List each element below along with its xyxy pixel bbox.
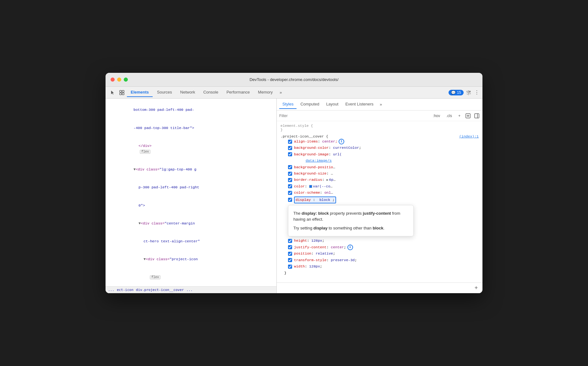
background-image-checkbox[interactable]	[288, 152, 292, 156]
notification-badge[interactable]: 💬 15	[449, 90, 464, 95]
more-tabs-button[interactable]: »	[277, 89, 284, 96]
css-prop-transform-style: transform-style : preserve-3d ;	[280, 257, 479, 263]
colon: :	[327, 245, 331, 250]
add-style-button[interactable]: +	[456, 113, 462, 119]
tab-sources[interactable]: Sources	[153, 88, 176, 97]
tab-styles[interactable]: Styles	[279, 100, 297, 109]
hov-button[interactable]: :hov	[431, 113, 442, 119]
inspect-icon[interactable]	[117, 88, 126, 97]
colon: :	[322, 177, 327, 183]
height-checkbox[interactable]	[288, 239, 292, 243]
css-prop-background-image: background-image : url(	[280, 151, 479, 158]
dom-line[interactable]: p-300 pad-left-400 pad-right	[106, 179, 276, 196]
semicolon: ;	[320, 264, 322, 269]
position-checkbox[interactable]	[288, 252, 292, 256]
tab-computed[interactable]: Computed	[297, 100, 322, 109]
dom-line[interactable]: bottom-300 pad-left-400 pad-	[106, 101, 276, 119]
css-prop-name: color	[294, 184, 305, 189]
truncated: …	[331, 171, 333, 176]
css-selector: .project-icon__cover {	[280, 134, 328, 138]
svg-rect-2	[120, 93, 122, 95]
styles-tab-bar: Styles Computed Layout Event Listeners »	[277, 99, 482, 110]
add-rule-button[interactable]: +	[472, 284, 480, 292]
breadcrumb-dots-left[interactable]: ...	[108, 288, 114, 292]
dom-line[interactable]: ▼<div class="project-icon	[106, 250, 276, 268]
css-prop-value: 6p	[329, 177, 334, 183]
semicolon: ;	[355, 257, 357, 263]
cls-button[interactable]: .cls	[444, 113, 454, 119]
css-prop-name: height	[294, 238, 307, 244]
tab-memory[interactable]: Memory	[254, 88, 276, 97]
close-button[interactable]	[111, 78, 115, 82]
semicolon: ;	[333, 251, 335, 256]
dom-line[interactable]: ct-hero text-align-center"	[106, 233, 276, 250]
background-size-checkbox[interactable]	[288, 172, 292, 176]
tab-network[interactable]: Network	[177, 88, 199, 97]
dom-line[interactable]: ▼<div class="center-margin	[106, 214, 276, 232]
colon: :	[307, 238, 311, 244]
tab-performance[interactable]: Performance	[223, 88, 253, 97]
expand-icon: ▼	[144, 257, 146, 261]
css-tooltip: The display: block property prevents jus…	[288, 205, 414, 237]
tooltip-line1: The display: block property prevents jus…	[293, 210, 408, 223]
width-checkbox[interactable]	[288, 265, 292, 269]
color-checkbox[interactable]	[288, 184, 292, 188]
info-icon-justify[interactable]: i	[347, 245, 353, 250]
tab-elements[interactable]: Elements	[127, 88, 153, 97]
tab-console[interactable]: Console	[199, 88, 222, 97]
dom-line[interactable]: ▼<div class="lg:gap-top-400 g	[106, 161, 276, 179]
minimize-button[interactable]	[117, 78, 121, 82]
notification-count: 15	[457, 90, 461, 95]
css-prop-value: onl	[324, 190, 331, 196]
dom-line[interactable]: flex	[106, 268, 276, 286]
css-source-link[interactable]: (index):1	[459, 134, 479, 138]
tooltip-bold4: block	[373, 226, 383, 230]
breadcrumb-cover[interactable]: div.project-icon__cover	[136, 288, 184, 292]
colon: :	[305, 264, 309, 269]
dom-line[interactable]: -400 pad-top-300 title-bar">	[106, 119, 276, 137]
new-style-rule-icon[interactable]	[465, 113, 471, 119]
colon: :	[329, 152, 333, 157]
devtools-tab-bar: Elements Sources Network Console Perform…	[106, 87, 482, 99]
breadcrumb-ect-icon[interactable]: ect-icon	[117, 288, 133, 292]
settings-icon[interactable]	[464, 88, 473, 97]
css-prop-name: background-size	[294, 171, 327, 176]
css-prop-width: width : 128px ;	[280, 263, 479, 270]
maximize-button[interactable]	[124, 78, 128, 82]
dom-line[interactable]: 0">	[106, 196, 276, 214]
align-items-checkbox[interactable]	[288, 140, 292, 144]
more-options-icon[interactable]: ⋮	[474, 88, 480, 97]
dom-text: <div class=	[136, 167, 160, 171]
css-prop-name: display	[296, 198, 311, 202]
css-prop-name: align-items	[294, 139, 318, 144]
background-color-checkbox[interactable]	[288, 146, 292, 150]
dom-line[interactable]: </div> flex	[106, 137, 276, 161]
cursor-icon[interactable]	[108, 88, 117, 97]
css-prop-data-url: data:image/s	[280, 158, 479, 164]
info-icon-align[interactable]: i	[339, 139, 344, 144]
tab-event-listeners[interactable]: Event Listeners	[342, 100, 377, 109]
color-swatch[interactable]	[309, 185, 312, 188]
color-scheme-checkbox[interactable]	[288, 191, 292, 195]
transform-style-checkbox[interactable]	[288, 258, 292, 262]
border-radius-checkbox[interactable]	[288, 178, 292, 182]
colon: :	[327, 171, 331, 176]
breadcrumb-dots-right[interactable]: ...	[186, 288, 193, 292]
justify-content-checkbox[interactable]	[288, 245, 292, 249]
expand-triangle[interactable]: ▶	[327, 178, 329, 183]
data-url-link[interactable]: data:image/s	[306, 158, 332, 164]
background-position-checkbox[interactable]	[288, 165, 292, 169]
dom-text: "center-margin	[165, 221, 195, 225]
toggle-sidebar-icon[interactable]	[474, 113, 480, 119]
display-checkbox[interactable]	[288, 198, 292, 202]
tab-layout[interactable]: Layout	[323, 100, 341, 109]
css-prop-background-size: background-size : …	[280, 170, 479, 177]
dom-breadcrumb: ... ect-icon div.project-icon__cover ...	[106, 286, 276, 293]
dom-tree[interactable]: bottom-300 pad-left-400 pad- -400 pad-to…	[106, 99, 276, 286]
more-style-tabs[interactable]: »	[377, 101, 384, 108]
css-prop-background-position: background-positio …	[280, 164, 479, 170]
filter-input[interactable]	[279, 114, 428, 118]
css-prop-value: preserve-3d	[331, 257, 355, 263]
project-icon-rule: .project-icon__cover { (index):1 align-i…	[277, 133, 482, 277]
display-highlighted: display : block ;	[294, 196, 336, 203]
